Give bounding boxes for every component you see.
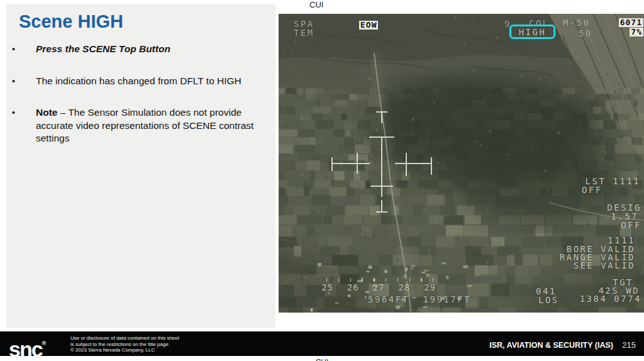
desig-value: 1.57 — [611, 212, 638, 221]
gain-readout-bottom: 50 — [579, 29, 592, 38]
percent-badge: 7% — [630, 28, 643, 36]
classification-banner-bottom: CUI — [0, 356, 644, 361]
bullet-list: Press the SCENE Top Button The indicatio… — [6, 43, 275, 145]
bullet-text: The indication has changed from DFLT to … — [36, 75, 242, 86]
lst-state: OFF — [582, 186, 602, 194]
spa-tem-status: SPATEM — [294, 19, 314, 37]
slant-range-readout: 19917FT — [423, 294, 472, 304]
sensor-video-frame: SPATEM EOW 9 COL HIGH M-50 50 6071 7% LS… — [279, 14, 644, 313]
desig-label: DESIG — [607, 203, 641, 212]
lst-code: LST 1111 — [586, 177, 640, 186]
bullet-text: Press the SCENE Top Button — [36, 43, 170, 54]
scene-high-highlight-box: HIGH — [509, 25, 555, 39]
gain-readout-top: M-50 — [563, 18, 591, 27]
bullet-note: Note – The Sensor Simulation does not pr… — [6, 106, 275, 145]
bullet-lead: Note — [36, 107, 57, 118]
range-readouts: 5964FT 19917FT — [368, 294, 471, 304]
bullet-text: – The Sensor Simulation does not provide… — [36, 107, 253, 143]
heading-tape: 25 26 27 28 29 — [321, 282, 436, 292]
heading-value: 041 — [536, 287, 557, 296]
slide-title: Scene HIGH — [19, 11, 275, 32]
page-number: 215 — [622, 340, 636, 350]
slide-page: CUI Scene HIGH Press the SCENE Top Butto… — [0, 0, 644, 361]
bullet-press-scene: Press the SCENE Top Button — [6, 43, 275, 56]
registered-mark: ® — [42, 340, 47, 347]
heading-tape-ticks — [326, 278, 433, 282]
laser-code: 1111 — [608, 236, 635, 245]
scene-value: HIGH — [519, 27, 547, 37]
mgrs-coords: 1384 0774 — [580, 294, 641, 303]
los-label: LOS — [538, 296, 559, 304]
see-valid: SEE VALID — [574, 261, 635, 270]
footer-org: ISR, AVIATION & SECURITY (IAS) — [489, 341, 613, 350]
altitude-readout: 5964FT — [368, 294, 409, 304]
bullet-indication-changed: The indication has changed from DFLT to … — [6, 75, 275, 88]
desig-state: OFF — [621, 221, 641, 230]
eow-mode-badge: EOW — [359, 21, 378, 30]
footer-bar: snc® Use or disclosure of data contained… — [0, 331, 644, 356]
text-panel: Scene HIGH Press the SCENE Top Button Th… — [6, 4, 275, 328]
footer-disclaimer: Use or disclosure of data contained on t… — [70, 335, 179, 353]
altitude-badge: 6071 — [619, 18, 643, 27]
classification-banner-top: CUI — [309, 0, 323, 9]
